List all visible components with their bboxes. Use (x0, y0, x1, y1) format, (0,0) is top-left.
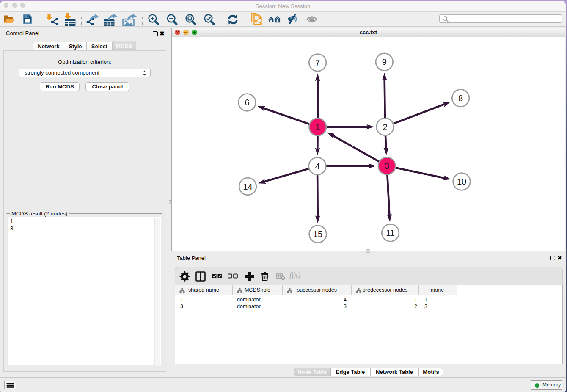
svg-text:10: 10 (457, 177, 466, 186)
svg-text:8: 8 (458, 94, 463, 103)
svg-text:f(x): f(x) (289, 271, 300, 280)
svg-text:3: 3 (385, 161, 389, 171)
svg-text:14: 14 (243, 182, 252, 191)
svg-text:6: 6 (245, 98, 249, 107)
svg-text:9: 9 (382, 57, 387, 66)
svg-text:1: 1 (315, 122, 320, 132)
svg-text:11: 11 (386, 228, 395, 237)
svg-text:7: 7 (315, 58, 320, 67)
svg-text:2: 2 (383, 122, 387, 132)
svg-text:15: 15 (313, 229, 322, 239)
svg-text:4: 4 (315, 162, 319, 171)
